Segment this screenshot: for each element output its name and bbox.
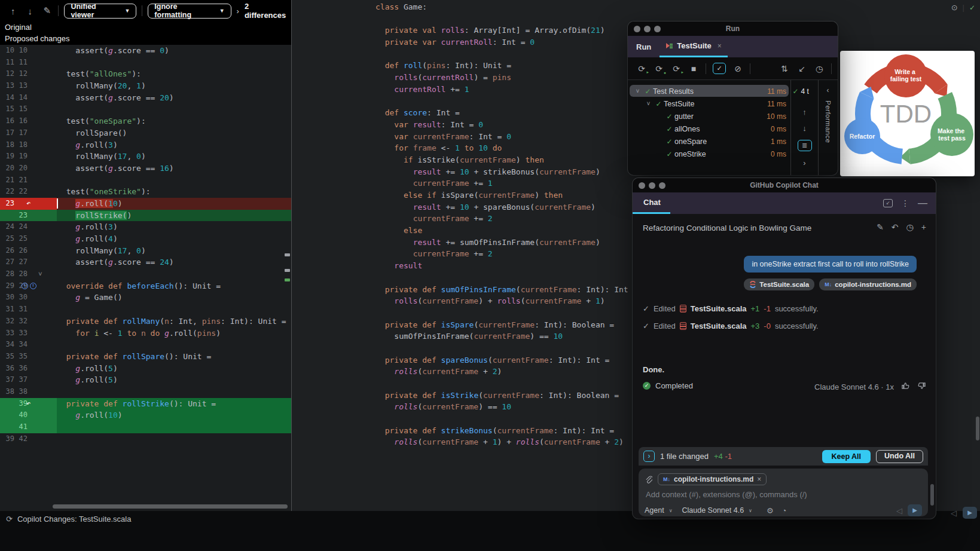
show-passed-icon[interactable]: ✓ <box>713 63 726 74</box>
chat-input-placeholder[interactable]: Add context (#), extensions (@), command… <box>645 490 922 499</box>
tab-performance[interactable]: Performance <box>825 100 832 143</box>
run-pane-label: Run <box>628 36 660 57</box>
viewer-mode-dropdown[interactable]: Unified viewer▼ <box>64 4 136 19</box>
formatting-mode-dropdown[interactable]: Ignore formatting▼ <box>148 4 231 19</box>
scroll-down-icon[interactable]: ↓ <box>802 124 807 133</box>
test-tree-row[interactable]: ✓oneStrike0 ms <box>628 148 790 160</box>
attached-file-chip[interactable]: M↓ copilot-instructions.md × <box>658 473 767 485</box>
no-problems-icon[interactable]: ✓ <box>969 4 975 12</box>
test-passed-icon: ✓ <box>654 100 664 108</box>
chevron-right-icon[interactable]: › <box>237 7 239 16</box>
close-window-icon[interactable] <box>639 182 645 189</box>
edited-file-name[interactable]: TestSuite.scala <box>691 322 747 330</box>
test-history-icon[interactable]: ◷ <box>814 64 825 74</box>
test-tree-row[interactable]: ✓allOnes0 ms <box>628 123 790 135</box>
copilot-changes-icon[interactable]: ⟳ <box>6 515 13 524</box>
minimize-window-icon[interactable] <box>644 26 651 32</box>
test-tree-row[interactable]: ˅✓TestSuite11 ms <box>628 97 790 110</box>
diff-code-line: 3737 g.roll(5) <box>0 374 291 386</box>
inspection-widget[interactable]: ⊙ | ✓ <box>951 3 975 12</box>
diff-map-mark[interactable] <box>285 253 290 256</box>
usage-icon[interactable]: ◔ <box>782 506 787 515</box>
test-tree-row[interactable]: ✓oneSpare1 ms <box>628 135 790 148</box>
revert-change-icon[interactable]: ↶ <box>26 398 30 410</box>
test-tree-row[interactable]: ✓gutter10 ms <box>628 110 790 123</box>
expand-changes-icon[interactable]: › <box>643 451 655 462</box>
diff-map-mark[interactable] <box>285 278 290 281</box>
close-window-icon[interactable] <box>634 26 640 32</box>
diff-gutter: 3333 <box>0 327 57 339</box>
reader-mode-icon[interactable]: ⊙ <box>951 3 958 12</box>
context-chip[interactable]: TestSuite.scala <box>744 278 814 290</box>
next-difference-icon[interactable]: ↓ <box>24 6 35 16</box>
edit-icon[interactable]: ✎ <box>41 5 53 16</box>
attach-icon[interactable]: ✎ <box>877 222 884 232</box>
scroll-up-icon[interactable]: ↑ <box>802 108 807 117</box>
insert-at-cursor-icon[interactable]: ◁ <box>896 506 902 515</box>
sort-by-duration-icon[interactable]: ⇅ <box>779 64 790 74</box>
run-window-titlebar[interactable]: Run <box>628 22 838 36</box>
fold-icon[interactable]: ˅ <box>38 268 42 280</box>
proposed-line-number: 37 <box>17 374 28 386</box>
horizontal-scrollbar[interactable] <box>53 504 288 509</box>
paperclip-icon[interactable] <box>645 475 652 484</box>
history-icon[interactable]: ◷ <box>906 222 914 232</box>
toolbar-divider <box>58 5 59 16</box>
chevron-down-icon[interactable]: ˅ <box>633 88 643 94</box>
test-tree-row[interactable]: ˅✓Test Results11 ms <box>628 85 790 97</box>
diff-map-mark[interactable] <box>285 269 290 272</box>
expand-icon[interactable]: › <box>803 158 805 167</box>
zoom-window-icon[interactable] <box>654 26 661 32</box>
thumbs-up-icon[interactable] <box>901 381 910 392</box>
context-chip[interactable]: M↓copilot-instructions.md <box>819 278 917 290</box>
revert-change-icon[interactable]: ↶ <box>26 198 30 210</box>
chat-window-titlebar[interactable]: GitHub Copilot Chat <box>633 178 936 192</box>
original-line-number: 36 <box>4 363 14 375</box>
rerun-tests-icon[interactable]: ⟳▸ <box>636 64 647 74</box>
status-bar-text[interactable]: Copilot Changes: TestSuite.scala <box>17 515 132 524</box>
tab-testsuite[interactable]: TestSuite × <box>660 36 728 57</box>
remove-attachment-icon[interactable]: × <box>757 475 761 483</box>
tab-chat[interactable]: Chat <box>633 192 670 214</box>
edited-file-name[interactable]: TestSuite.scala <box>691 304 747 313</box>
navigate-to-test-icon[interactable]: ↙ <box>796 64 807 74</box>
thumbs-down-icon[interactable] <box>917 381 926 392</box>
original-line-number: 34 <box>4 339 14 351</box>
previous-difference-icon[interactable]: ↑ <box>7 6 19 16</box>
soft-wrap-icon[interactable]: ≣ <box>798 140 812 151</box>
diff-code-line: 2020 assert(g.score == 16) <box>0 163 291 175</box>
changes-summary: 1 file changed <box>660 452 709 461</box>
more-options-icon[interactable]: ⋮ <box>901 198 909 208</box>
undo-all-button[interactable]: Undo All <box>876 450 923 463</box>
chevron-down-icon: ▼ <box>219 8 225 14</box>
original-line-number: 26 <box>4 245 14 257</box>
model-selector[interactable]: Claude Sonnet 4.6 <box>682 506 744 515</box>
proposed-line-number: 21 <box>17 175 28 186</box>
new-chat-icon[interactable]: + <box>921 222 926 232</box>
toggle-auto-test-icon[interactable]: ⟳▸ <box>671 64 682 74</box>
chat-scrollbar[interactable] <box>930 484 934 506</box>
stop-icon[interactable]: ■ <box>688 64 699 74</box>
editor-code-line: currentRoll += 1 <box>375 84 637 96</box>
removed-count: -1 <box>725 452 732 461</box>
open-in-editor-icon[interactable]: ↙ <box>883 199 893 207</box>
chevron-down-icon[interactable]: ˅ <box>643 100 654 107</box>
send-icon[interactable]: ▶ <box>908 504 922 516</box>
rerun-failed-tests-icon[interactable]: ⟳● <box>654 64 664 74</box>
close-tab-icon[interactable]: × <box>718 42 722 50</box>
minimize-window-icon[interactable] <box>649 182 655 189</box>
diff-code-line: 2525 g.roll(4) <box>0 233 291 245</box>
show-ignored-icon[interactable]: ⊘ <box>732 64 743 74</box>
zoom-window-icon[interactable] <box>659 182 665 189</box>
tools-icon[interactable]: ⚙ <box>767 506 774 515</box>
hide-panel-icon[interactable]: — <box>918 198 927 209</box>
collapse-icon[interactable]: ‹ <box>827 86 829 94</box>
nav-back-icon[interactable]: ◁ <box>951 509 957 518</box>
override-marker-icons[interactable]: ↑↑ <box>22 280 36 292</box>
undo-icon[interactable]: ↶ <box>892 222 899 232</box>
nav-forward-icon[interactable]: ▶ <box>963 507 977 519</box>
mode-selector[interactable]: Agent <box>645 506 664 515</box>
keep-all-button[interactable]: Keep All <box>822 450 871 463</box>
chat-input[interactable]: M↓ copilot-instructions.md × Add context… <box>639 469 928 516</box>
editor-vertical-scrollbar[interactable] <box>976 417 979 440</box>
